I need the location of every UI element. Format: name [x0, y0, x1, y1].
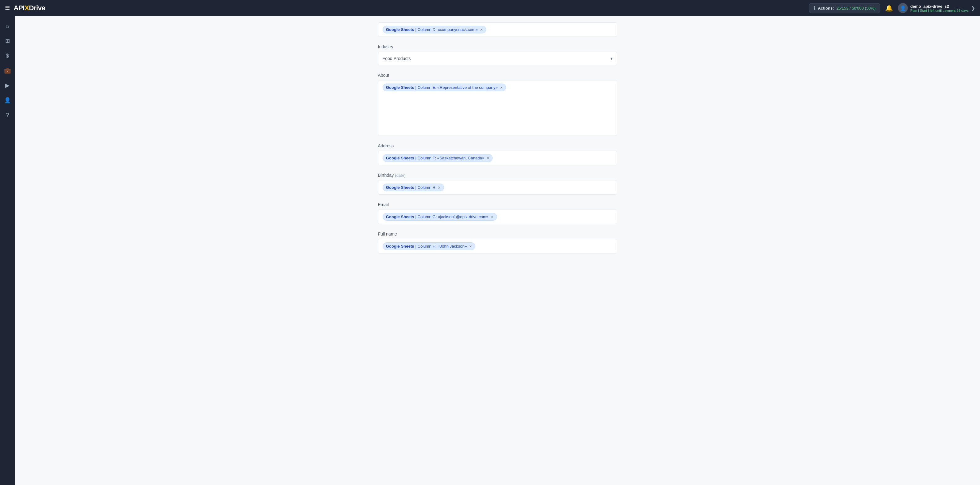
info-icon: ℹ: [814, 5, 816, 11]
user-plan: Plan | Start | left until payment 26 day…: [910, 9, 969, 13]
company-website-tag: Google Sheets | Column D: «companysnack.…: [383, 26, 487, 33]
tag-close[interactable]: ×: [487, 156, 489, 160]
tag-close[interactable]: ×: [469, 244, 472, 249]
sidebar-item-flows[interactable]: ⊞: [1, 35, 14, 47]
sidebar-item-video[interactable]: ▶: [1, 79, 14, 92]
sidebar-item-help[interactable]: ?: [1, 109, 14, 121]
sidebar-item-profile[interactable]: 👤: [1, 94, 14, 106]
tag-source: Google Sheets: [386, 156, 414, 160]
tag-source: Google Sheets: [386, 185, 414, 190]
user-name: demo_apix-drive_s2: [910, 4, 969, 9]
full-name-field[interactable]: Google Sheets | Column H: «John Jackson»…: [378, 239, 617, 254]
about-label: About: [378, 73, 617, 78]
full-name-label: Full name: [378, 231, 617, 236]
chevron-down-icon: ▾: [610, 56, 612, 61]
email-section: Email Google Sheets | Column G: «jackson…: [378, 202, 617, 224]
avatar: 👤: [898, 3, 908, 13]
hamburger-icon[interactable]: ☰: [5, 5, 10, 11]
birthday-section: Birthday (date) Google Sheets | Column R…: [378, 173, 617, 195]
tag-source: Google Sheets: [386, 27, 414, 32]
tag-text: | Column G: «jackson1@apix-drive.com»: [415, 214, 488, 219]
logo: APIXDrive: [14, 4, 45, 12]
email-field[interactable]: Google Sheets | Column G: «jackson1@apix…: [378, 209, 617, 224]
user-info: demo_apix-drive_s2 Plan | Start | left u…: [910, 4, 969, 13]
tag-close[interactable]: ×: [480, 27, 483, 32]
full-name-tag: Google Sheets | Column H: «John Jackson»…: [383, 242, 475, 250]
industry-value: Food Products: [383, 56, 411, 61]
header: ☰ APIXDrive ℹ Actions: 25'153 / 50'000 (…: [0, 0, 980, 16]
logo-text: APIXDrive: [14, 4, 45, 12]
main-layout: ⌂ ⊞ $ 💼 ▶ 👤 ? Google Sheets | Column D: …: [0, 16, 980, 485]
tag-source: Google Sheets: [386, 244, 414, 249]
industry-section: Industry Food Products ▾: [378, 44, 617, 65]
company-website-field[interactable]: Google Sheets | Column D: «companysnack.…: [378, 22, 617, 37]
content-inner: Google Sheets | Column D: «companysnack.…: [371, 16, 625, 267]
about-section: About Google Sheets | Column E: «Represe…: [378, 73, 617, 136]
tag-text: | Column F: «Saskatchewan, Canada»: [415, 156, 484, 160]
tag-text: | Column R: [415, 185, 436, 190]
address-field[interactable]: Google Sheets | Column F: «Saskatchewan,…: [378, 151, 617, 165]
industry-label: Industry: [378, 44, 617, 49]
address-section: Address Google Sheets | Column F: «Saska…: [378, 143, 617, 165]
birthday-label: Birthday (date): [378, 173, 617, 178]
industry-dropdown[interactable]: Food Products ▾: [378, 52, 617, 65]
about-tag: Google Sheets | Column E: «Representativ…: [383, 84, 506, 91]
tag-source: Google Sheets: [386, 214, 414, 219]
birthday-tag: Google Sheets | Column R ×: [383, 184, 444, 191]
about-field[interactable]: Google Sheets | Column E: «Representativ…: [378, 80, 617, 136]
birthday-field[interactable]: Google Sheets | Column R ×: [378, 180, 617, 195]
actions-count: 25'153 / 50'000 (50%): [837, 6, 876, 11]
email-label: Email: [378, 202, 617, 207]
full-name-section: Full name Google Sheets | Column H: «Joh…: [378, 231, 617, 254]
tag-text: | Column H: «John Jackson»: [415, 244, 467, 249]
address-tag: Google Sheets | Column F: «Saskatchewan,…: [383, 154, 493, 162]
tag-text: | Column D: «companysnack.com»: [415, 27, 478, 32]
sidebar: ⌂ ⊞ $ 💼 ▶ 👤 ?: [0, 16, 15, 485]
sidebar-item-briefcase[interactable]: 💼: [1, 64, 14, 77]
bell-icon[interactable]: 🔔: [885, 4, 893, 12]
email-tag: Google Sheets | Column G: «jackson1@apix…: [383, 213, 497, 221]
birthday-date-hint: (date): [395, 173, 406, 178]
sidebar-item-billing[interactable]: $: [1, 49, 14, 62]
actions-badge[interactable]: ℹ Actions: 25'153 / 50'000 (50%): [809, 3, 880, 13]
tag-close[interactable]: ×: [491, 215, 493, 219]
company-website-section: Google Sheets | Column D: «companysnack.…: [378, 22, 617, 37]
address-label: Address: [378, 143, 617, 148]
chevron-right-icon: ❯: [971, 5, 975, 11]
tag-text: | Column E: «Representative of the compa…: [415, 85, 498, 90]
sidebar-item-home[interactable]: ⌂: [1, 20, 14, 32]
header-actions: ℹ Actions: 25'153 / 50'000 (50%) 🔔 👤 dem…: [809, 3, 975, 13]
actions-label: Actions:: [818, 6, 834, 11]
tag-source: Google Sheets: [386, 85, 414, 90]
tag-close[interactable]: ×: [500, 86, 503, 90]
user-section[interactable]: 👤 demo_apix-drive_s2 Plan | Start | left…: [898, 3, 975, 13]
tag-close[interactable]: ×: [438, 185, 440, 190]
content-wrapper: Google Sheets | Column D: «companysnack.…: [15, 16, 980, 485]
